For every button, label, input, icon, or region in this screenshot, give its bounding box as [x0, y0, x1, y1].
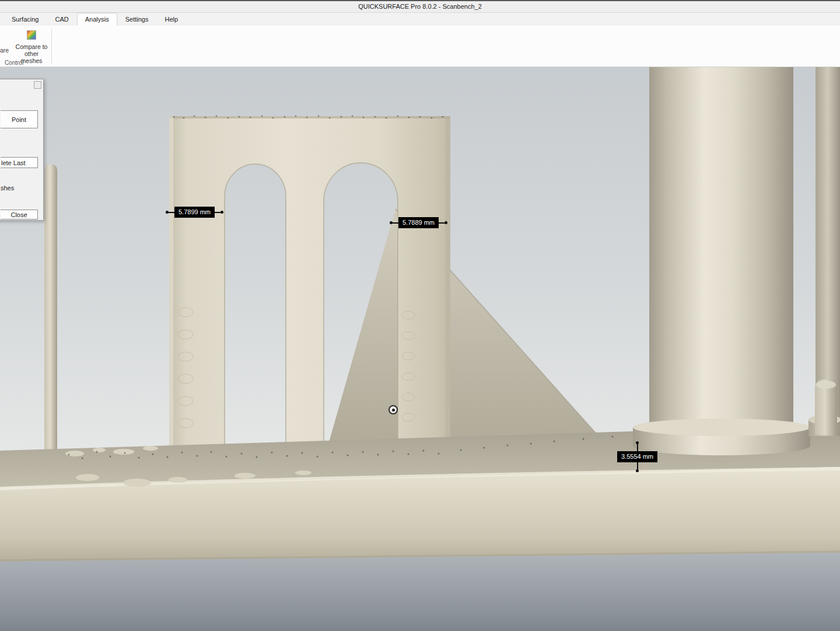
panel-clipped-text: shes	[1, 184, 14, 191]
tab-cad[interactable]: CAD	[47, 13, 76, 26]
panel-close-icon[interactable]	[34, 81, 41, 89]
measurement-endpoint-dot	[636, 469, 639, 472]
rotation-center-icon	[388, 405, 398, 414]
measurement-line	[637, 444, 638, 451]
ribbon-group-label: Control	[0, 60, 28, 66]
measurement-widget: 5.7899 mm	[166, 207, 223, 218]
tab-help[interactable]: Help	[156, 13, 186, 26]
tab-settings[interactable]: Settings	[117, 13, 157, 26]
3d-viewport[interactable]: 5.7899 mm 5.7889 mm 3.5554 mm	[0, 67, 840, 631]
measurement-line	[439, 222, 444, 224]
measurement-line	[215, 212, 220, 213]
measurement-line	[393, 222, 398, 224]
ribbon-group-separator	[51, 28, 52, 64]
measurement-endpoint-dot	[444, 221, 447, 224]
clipped-ribbon-button[interactable]: are	[0, 47, 9, 54]
measurement-label: 5.7889 mm	[398, 217, 439, 228]
tab-analysis[interactable]: Analysis	[77, 13, 117, 26]
ribbon: are Compare to other meshes Control	[0, 26, 840, 67]
measurement-label: 5.7899 mm	[174, 207, 215, 218]
delete-last-button[interactable]: lete Last	[1, 157, 38, 168]
close-button[interactable]: Close	[1, 210, 38, 219]
point-button[interactable]: Point	[1, 110, 38, 128]
measurement-line	[169, 212, 174, 213]
compare-meshes-icon	[27, 30, 36, 40]
measurement-endpoint-dot	[220, 211, 223, 214]
measurement-widget: 5.7889 mm	[390, 217, 447, 228]
tab-surfacing[interactable]: Surfacing	[4, 13, 47, 26]
menubar: Surfacing CAD Analysis Settings Help	[0, 13, 840, 26]
measurement-widget: 3.5554 mm	[617, 441, 657, 472]
point-measurement-panel: Point lete Last shes Close	[0, 79, 44, 221]
window-title: QUICKSURFACE Pro 8.0.2 - Scanbench_2	[358, 3, 482, 10]
measurement-line	[637, 462, 638, 469]
window-titlebar[interactable]: QUICKSURFACE Pro 8.0.2 - Scanbench_2	[0, 0, 840, 13]
measurement-label: 3.5554 mm	[617, 451, 657, 462]
mesh-scene[interactable]	[0, 67, 840, 631]
